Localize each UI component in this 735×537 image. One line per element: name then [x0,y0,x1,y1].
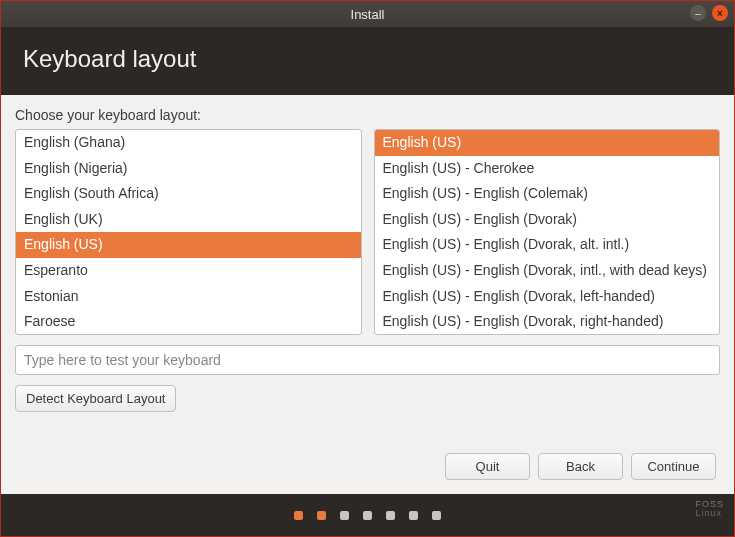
list-item[interactable]: English (US) [16,232,361,258]
progress-strip: FOSS Linux [1,494,734,536]
list-item[interactable]: English (US) - English (Colemak) [375,181,720,207]
page-header: Keyboard layout [1,27,734,95]
list-item[interactable]: English (South Africa) [16,181,361,207]
close-button[interactable]: × [712,5,728,21]
progress-dot [363,511,372,520]
list-item[interactable]: English (Nigeria) [16,156,361,182]
progress-dot [386,511,395,520]
keyboard-test-input[interactable] [15,345,720,375]
progress-dot [409,511,418,520]
list-item[interactable]: English (UK) [16,207,361,233]
list-item[interactable]: Faroese [16,309,361,335]
progress-dots [294,511,441,520]
progress-dot [294,511,303,520]
titlebar: Install – × [1,1,734,27]
list-item[interactable]: English (US) - English (Dvorak, intl., w… [375,258,720,284]
list-item[interactable]: English (Ghana) [16,130,361,156]
footer-buttons: Quit Back Continue [445,453,716,480]
progress-dot [317,511,326,520]
continue-button[interactable]: Continue [631,453,716,480]
list-item[interactable]: English (US) - English (Dvorak, left-han… [375,284,720,310]
list-item[interactable]: English (US) - English (Dvorak, right-ha… [375,309,720,335]
list-item[interactable]: English (US) [375,130,720,156]
window-controls: – × [690,5,728,21]
page-title: Keyboard layout [23,45,196,72]
layout-lists: English (Ghana)English (Nigeria)English … [15,129,720,335]
content-area: Choose your keyboard layout: English (Gh… [1,95,734,494]
quit-button[interactable]: Quit [445,453,530,480]
watermark-line2: Linux [695,509,724,518]
minimize-button[interactable]: – [690,5,706,21]
prompt-label: Choose your keyboard layout: [15,107,720,123]
detect-keyboard-button[interactable]: Detect Keyboard Layout [15,385,176,412]
list-item[interactable]: Estonian [16,284,361,310]
progress-dot [432,511,441,520]
list-item[interactable]: Esperanto [16,258,361,284]
watermark-logo: FOSS Linux [695,500,724,518]
list-item[interactable]: English (US) - Cherokee [375,156,720,182]
progress-dot [340,511,349,520]
back-button[interactable]: Back [538,453,623,480]
install-window: Install – × Keyboard layout Choose your … [0,0,735,537]
window-title: Install [351,7,385,22]
list-item[interactable]: English (US) - English (Dvorak, alt. int… [375,232,720,258]
language-list[interactable]: English (Ghana)English (Nigeria)English … [15,129,362,335]
list-item[interactable]: English (US) - English (Dvorak) [375,207,720,233]
variant-list[interactable]: English (US)English (US) - CherokeeEngli… [374,129,721,335]
